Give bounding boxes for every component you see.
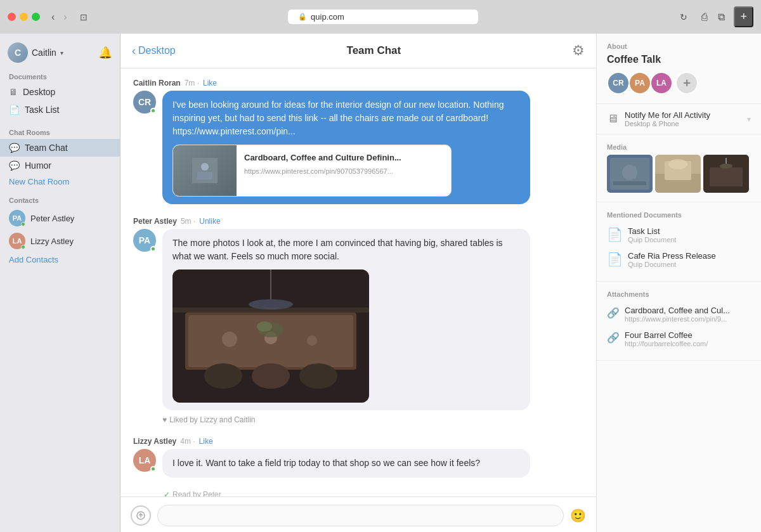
- close-button[interactable]: [8, 13, 16, 21]
- svg-point-25: [668, 159, 687, 169]
- link-preview-url: https://www.pinterest.com/pin/9070537996…: [244, 166, 443, 177]
- forward-nav-button[interactable]: ›: [60, 10, 70, 24]
- msg3-time: 4m ·: [180, 437, 195, 446]
- doc-item-task-list[interactable]: 📄 Task List Quip Document: [607, 223, 751, 247]
- attachment-text-four-barrel: Four Barrel Coffee http://fourbarrelcoff…: [625, 330, 708, 347]
- user-profile[interactable]: C Caitlin ▾: [8, 42, 63, 63]
- link-icon-cardboard: 🔗: [607, 307, 620, 319]
- url-text: quip.com: [311, 12, 344, 22]
- humor-icon: 💬: [9, 160, 20, 171]
- notify-chevron-icon: ▾: [747, 115, 751, 124]
- notify-sub: Desktop & Phone: [625, 120, 741, 127]
- attachment-item-cardboard[interactable]: 🔗 Cardboard, Coffee and Cul... https://w…: [607, 302, 751, 327]
- minimize-button[interactable]: [20, 13, 28, 21]
- sidebar-item-team-chat[interactable]: 💬 Team Chat: [0, 139, 120, 157]
- svg-rect-27: [710, 167, 743, 186]
- share-button[interactable]: ⎙: [698, 10, 712, 24]
- svg-point-12: [307, 335, 317, 346]
- liked-text: Liked by Lizzy and Caitlin: [169, 415, 255, 424]
- msg1-online-dot: [150, 108, 156, 114]
- url-field[interactable]: 🔒 quip.com: [288, 10, 478, 24]
- message-meta-2: Peter Astley 5m · Unlike: [133, 217, 583, 226]
- emoji-button[interactable]: 🙂: [570, 508, 586, 523]
- lizzy-name: Lizzy Astley: [30, 237, 74, 246]
- member-3-avatar[interactable]: LA: [650, 72, 673, 94]
- doc-sub-task-list: Quip Document: [628, 236, 676, 243]
- media-thumb-2-img: [655, 155, 701, 193]
- chat-text-input[interactable]: [157, 505, 564, 526]
- media-thumb-2[interactable]: [655, 155, 701, 193]
- sidebar-item-task-list[interactable]: 📄 Task List: [0, 101, 120, 119]
- monitor-icon: 🖥: [607, 112, 618, 126]
- reader-button[interactable]: ⊡: [76, 11, 91, 23]
- chat-header: ‹ Desktop Team Chat ⚙: [120, 34, 596, 68]
- right-panel: About Coffee Talk CR PA LA + 🖥: [596, 34, 761, 532]
- app: C Caitlin ▾ 🔔 Documents 🖥 Desktop 📄 Task…: [0, 34, 761, 532]
- avatar: C: [8, 42, 28, 63]
- doc-item-cafe-ria[interactable]: 📄 Cafe Ria Press Release Quip Document: [607, 247, 751, 272]
- lizzy-avatar-wrap: LA: [9, 233, 25, 249]
- svg-point-9: [299, 363, 337, 389]
- msg1-bubble: I've been looking around for ideas for t…: [162, 91, 530, 204]
- attachments-label: Attachments: [607, 290, 751, 298]
- svg-point-20: [622, 165, 637, 180]
- back-nav-button[interactable]: ‹: [48, 10, 58, 24]
- msg1-action-link[interactable]: Like: [203, 79, 217, 88]
- send-button[interactable]: [131, 505, 151, 526]
- settings-gear-button[interactable]: ⚙: [572, 42, 585, 59]
- msg1-author: Caitlin Roran: [133, 79, 181, 88]
- notify-title: Notify Me for All Activity: [625, 110, 741, 120]
- member-2-avatar[interactable]: PA: [628, 72, 651, 94]
- doc-name-cafe-ria: Cafe Ria Press Release: [628, 251, 716, 261]
- msg2-content: The more photos I look at, the more I am…: [162, 229, 583, 424]
- member-1-avatar[interactable]: CR: [607, 72, 630, 94]
- svg-point-29: [720, 164, 732, 169]
- cafe-image-icon: [192, 158, 218, 183]
- msg1-link-preview[interactable]: Cardboard, Coffee and Culture Definin...…: [172, 145, 452, 197]
- heart-icon: ♥: [162, 415, 167, 424]
- contact-item-peter[interactable]: PA Peter Astley: [0, 207, 120, 230]
- notifications-button[interactable]: 🔔: [98, 46, 112, 60]
- media-thumb-1-img: [607, 155, 653, 193]
- peter-online-dot: [21, 222, 25, 226]
- msg1-content: I've been looking around for ideas for t…: [162, 91, 583, 204]
- message-group-2: Peter Astley 5m · Unlike PA The more pho…: [133, 217, 583, 424]
- add-member-button[interactable]: +: [675, 72, 698, 94]
- sidebar-item-task-list-label: Task List: [25, 105, 59, 115]
- media-thumb-3[interactable]: [703, 155, 749, 193]
- sidebar-item-desktop[interactable]: 🖥 Desktop: [0, 83, 120, 101]
- doc-icon-cafe-ria: 📄: [607, 252, 623, 267]
- chat-input-area: 🙂: [120, 496, 596, 532]
- media-thumb-1[interactable]: [607, 155, 653, 193]
- msg3-action-link[interactable]: Like: [199, 437, 213, 446]
- lock-icon: 🔒: [298, 13, 307, 21]
- msg2-author: Peter Astley: [133, 217, 177, 226]
- user-dropdown-icon: ▾: [60, 49, 63, 56]
- sidebar-item-humor[interactable]: 💬 Humor: [0, 157, 120, 174]
- msg2-photo: [172, 269, 369, 403]
- back-button[interactable]: ‹ Desktop: [132, 44, 176, 58]
- sidebar-item-team-chat-label: Team Chat: [25, 143, 68, 153]
- add-contacts-link[interactable]: Add Contacts: [0, 252, 120, 271]
- sidebar-item-desktop-label: Desktop: [23, 87, 55, 97]
- msg3-online-dot: [150, 466, 156, 472]
- doc-icon-task-list: 📄: [607, 227, 623, 242]
- new-chat-room-link[interactable]: New Chat Room: [0, 174, 120, 193]
- member-1-wrap: CR: [607, 72, 626, 94]
- extend-button[interactable]: +: [734, 6, 753, 27]
- attachment-item-four-barrel[interactable]: 🔗 Four Barrel Coffee http://fourbarrelco…: [607, 327, 751, 351]
- msg2-text: The more photos I look at, the more I am…: [172, 238, 503, 261]
- notify-text: Notify Me for All Activity Desktop & Pho…: [625, 110, 741, 127]
- back-label: Desktop: [138, 45, 176, 56]
- msg3-author: Lizzy Astley: [133, 437, 176, 446]
- user-name: Caitlin: [32, 48, 56, 58]
- msg2-action-link[interactable]: Unlike: [199, 217, 220, 226]
- msg3-content: I love it. Want to take a field trip tod…: [162, 449, 583, 477]
- maximize-button[interactable]: [32, 13, 40, 21]
- reload-button[interactable]: ↻: [675, 12, 693, 22]
- send-icon: [136, 511, 145, 520]
- notify-row[interactable]: 🖥 Notify Me for All Activity Desktop & P…: [597, 104, 761, 134]
- task-list-icon: 📄: [9, 105, 20, 115]
- contact-item-lizzy[interactable]: LA Lizzy Astley: [0, 230, 120, 252]
- new-tab-button[interactable]: ⧉: [714, 10, 729, 24]
